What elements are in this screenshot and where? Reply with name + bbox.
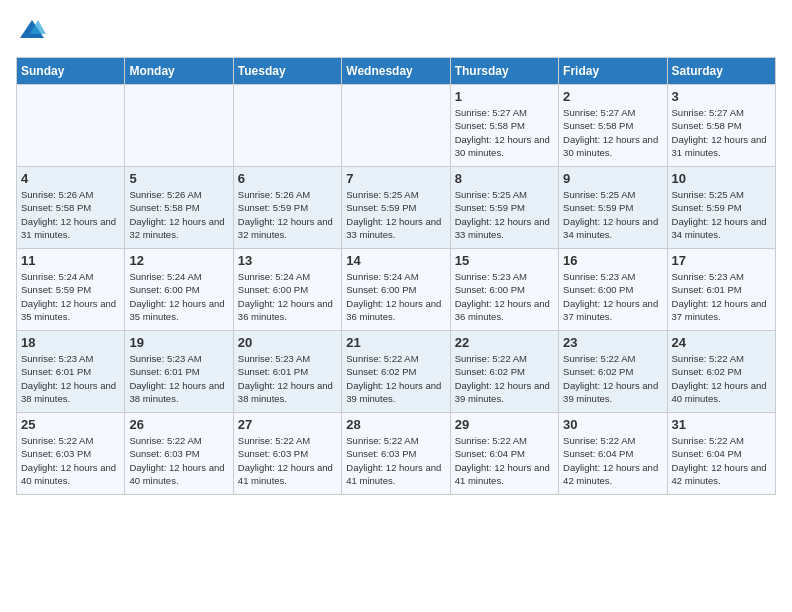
calendar-day-cell: 6Sunrise: 5:26 AM Sunset: 5:59 PM Daylig…	[233, 167, 341, 249]
calendar-day-cell: 11Sunrise: 5:24 AM Sunset: 5:59 PM Dayli…	[17, 249, 125, 331]
calendar-day-cell: 25Sunrise: 5:22 AM Sunset: 6:03 PM Dayli…	[17, 413, 125, 495]
calendar-day-cell	[125, 85, 233, 167]
calendar-day-cell: 23Sunrise: 5:22 AM Sunset: 6:02 PM Dayli…	[559, 331, 667, 413]
day-detail: Sunrise: 5:22 AM Sunset: 6:02 PM Dayligh…	[455, 352, 554, 405]
calendar-day-cell: 10Sunrise: 5:25 AM Sunset: 5:59 PM Dayli…	[667, 167, 775, 249]
day-number: 19	[129, 335, 228, 350]
day-number: 15	[455, 253, 554, 268]
day-number: 17	[672, 253, 771, 268]
day-number: 4	[21, 171, 120, 186]
calendar-header-cell: Thursday	[450, 58, 558, 85]
day-detail: Sunrise: 5:23 AM Sunset: 6:00 PM Dayligh…	[563, 270, 662, 323]
day-number: 22	[455, 335, 554, 350]
calendar-header-cell: Wednesday	[342, 58, 450, 85]
day-number: 16	[563, 253, 662, 268]
day-number: 12	[129, 253, 228, 268]
calendar-day-cell	[17, 85, 125, 167]
day-detail: Sunrise: 5:23 AM Sunset: 6:01 PM Dayligh…	[672, 270, 771, 323]
day-detail: Sunrise: 5:25 AM Sunset: 5:59 PM Dayligh…	[455, 188, 554, 241]
calendar-day-cell: 14Sunrise: 5:24 AM Sunset: 6:00 PM Dayli…	[342, 249, 450, 331]
calendar-day-cell: 26Sunrise: 5:22 AM Sunset: 6:03 PM Dayli…	[125, 413, 233, 495]
day-detail: Sunrise: 5:23 AM Sunset: 6:01 PM Dayligh…	[129, 352, 228, 405]
logo-icon	[18, 16, 46, 44]
day-number: 7	[346, 171, 445, 186]
calendar-day-cell: 13Sunrise: 5:24 AM Sunset: 6:00 PM Dayli…	[233, 249, 341, 331]
header	[16, 16, 776, 49]
day-number: 29	[455, 417, 554, 432]
calendar-table: SundayMondayTuesdayWednesdayThursdayFrid…	[16, 57, 776, 495]
day-number: 10	[672, 171, 771, 186]
calendar-header-row: SundayMondayTuesdayWednesdayThursdayFrid…	[17, 58, 776, 85]
calendar-week-row: 1Sunrise: 5:27 AM Sunset: 5:58 PM Daylig…	[17, 85, 776, 167]
calendar-day-cell: 7Sunrise: 5:25 AM Sunset: 5:59 PM Daylig…	[342, 167, 450, 249]
day-detail: Sunrise: 5:25 AM Sunset: 5:59 PM Dayligh…	[563, 188, 662, 241]
day-detail: Sunrise: 5:22 AM Sunset: 6:03 PM Dayligh…	[21, 434, 120, 487]
day-detail: Sunrise: 5:22 AM Sunset: 6:02 PM Dayligh…	[346, 352, 445, 405]
day-number: 24	[672, 335, 771, 350]
day-number: 20	[238, 335, 337, 350]
calendar-day-cell: 5Sunrise: 5:26 AM Sunset: 5:58 PM Daylig…	[125, 167, 233, 249]
calendar-week-row: 4Sunrise: 5:26 AM Sunset: 5:58 PM Daylig…	[17, 167, 776, 249]
calendar-day-cell: 31Sunrise: 5:22 AM Sunset: 6:04 PM Dayli…	[667, 413, 775, 495]
day-number: 9	[563, 171, 662, 186]
calendar-day-cell: 4Sunrise: 5:26 AM Sunset: 5:58 PM Daylig…	[17, 167, 125, 249]
calendar-day-cell: 24Sunrise: 5:22 AM Sunset: 6:02 PM Dayli…	[667, 331, 775, 413]
day-number: 18	[21, 335, 120, 350]
calendar-header-cell: Sunday	[17, 58, 125, 85]
calendar-body: 1Sunrise: 5:27 AM Sunset: 5:58 PM Daylig…	[17, 85, 776, 495]
calendar-day-cell: 8Sunrise: 5:25 AM Sunset: 5:59 PM Daylig…	[450, 167, 558, 249]
day-detail: Sunrise: 5:22 AM Sunset: 6:04 PM Dayligh…	[563, 434, 662, 487]
day-detail: Sunrise: 5:22 AM Sunset: 6:03 PM Dayligh…	[238, 434, 337, 487]
day-number: 23	[563, 335, 662, 350]
day-detail: Sunrise: 5:27 AM Sunset: 5:58 PM Dayligh…	[455, 106, 554, 159]
calendar-day-cell: 17Sunrise: 5:23 AM Sunset: 6:01 PM Dayli…	[667, 249, 775, 331]
day-detail: Sunrise: 5:22 AM Sunset: 6:03 PM Dayligh…	[129, 434, 228, 487]
day-number: 27	[238, 417, 337, 432]
calendar-day-cell: 30Sunrise: 5:22 AM Sunset: 6:04 PM Dayli…	[559, 413, 667, 495]
day-number: 3	[672, 89, 771, 104]
day-detail: Sunrise: 5:27 AM Sunset: 5:58 PM Dayligh…	[563, 106, 662, 159]
calendar-day-cell: 3Sunrise: 5:27 AM Sunset: 5:58 PM Daylig…	[667, 85, 775, 167]
day-detail: Sunrise: 5:24 AM Sunset: 5:59 PM Dayligh…	[21, 270, 120, 323]
calendar-day-cell: 12Sunrise: 5:24 AM Sunset: 6:00 PM Dayli…	[125, 249, 233, 331]
day-number: 5	[129, 171, 228, 186]
day-number: 1	[455, 89, 554, 104]
day-number: 14	[346, 253, 445, 268]
day-number: 26	[129, 417, 228, 432]
day-number: 31	[672, 417, 771, 432]
calendar-week-row: 25Sunrise: 5:22 AM Sunset: 6:03 PM Dayli…	[17, 413, 776, 495]
day-detail: Sunrise: 5:22 AM Sunset: 6:02 PM Dayligh…	[563, 352, 662, 405]
day-detail: Sunrise: 5:27 AM Sunset: 5:58 PM Dayligh…	[672, 106, 771, 159]
day-detail: Sunrise: 5:22 AM Sunset: 6:04 PM Dayligh…	[455, 434, 554, 487]
calendar-day-cell: 18Sunrise: 5:23 AM Sunset: 6:01 PM Dayli…	[17, 331, 125, 413]
day-detail: Sunrise: 5:24 AM Sunset: 6:00 PM Dayligh…	[346, 270, 445, 323]
day-detail: Sunrise: 5:26 AM Sunset: 5:58 PM Dayligh…	[21, 188, 120, 241]
day-detail: Sunrise: 5:26 AM Sunset: 5:58 PM Dayligh…	[129, 188, 228, 241]
day-detail: Sunrise: 5:23 AM Sunset: 6:01 PM Dayligh…	[238, 352, 337, 405]
calendar-day-cell: 22Sunrise: 5:22 AM Sunset: 6:02 PM Dayli…	[450, 331, 558, 413]
day-detail: Sunrise: 5:22 AM Sunset: 6:04 PM Dayligh…	[672, 434, 771, 487]
calendar-day-cell: 15Sunrise: 5:23 AM Sunset: 6:00 PM Dayli…	[450, 249, 558, 331]
day-detail: Sunrise: 5:22 AM Sunset: 6:02 PM Dayligh…	[672, 352, 771, 405]
day-number: 30	[563, 417, 662, 432]
calendar-day-cell: 21Sunrise: 5:22 AM Sunset: 6:02 PM Dayli…	[342, 331, 450, 413]
day-number: 8	[455, 171, 554, 186]
day-number: 11	[21, 253, 120, 268]
calendar-header-cell: Monday	[125, 58, 233, 85]
calendar-day-cell: 1Sunrise: 5:27 AM Sunset: 5:58 PM Daylig…	[450, 85, 558, 167]
day-number: 6	[238, 171, 337, 186]
calendar-day-cell: 16Sunrise: 5:23 AM Sunset: 6:00 PM Dayli…	[559, 249, 667, 331]
day-detail: Sunrise: 5:23 AM Sunset: 6:01 PM Dayligh…	[21, 352, 120, 405]
calendar-day-cell: 27Sunrise: 5:22 AM Sunset: 6:03 PM Dayli…	[233, 413, 341, 495]
logo	[16, 16, 46, 49]
day-detail: Sunrise: 5:24 AM Sunset: 6:00 PM Dayligh…	[238, 270, 337, 323]
calendar-day-cell: 20Sunrise: 5:23 AM Sunset: 6:01 PM Dayli…	[233, 331, 341, 413]
calendar-week-row: 11Sunrise: 5:24 AM Sunset: 5:59 PM Dayli…	[17, 249, 776, 331]
calendar-day-cell: 19Sunrise: 5:23 AM Sunset: 6:01 PM Dayli…	[125, 331, 233, 413]
calendar-day-cell	[233, 85, 341, 167]
calendar-week-row: 18Sunrise: 5:23 AM Sunset: 6:01 PM Dayli…	[17, 331, 776, 413]
day-detail: Sunrise: 5:22 AM Sunset: 6:03 PM Dayligh…	[346, 434, 445, 487]
day-detail: Sunrise: 5:25 AM Sunset: 5:59 PM Dayligh…	[346, 188, 445, 241]
day-detail: Sunrise: 5:23 AM Sunset: 6:00 PM Dayligh…	[455, 270, 554, 323]
day-number: 13	[238, 253, 337, 268]
